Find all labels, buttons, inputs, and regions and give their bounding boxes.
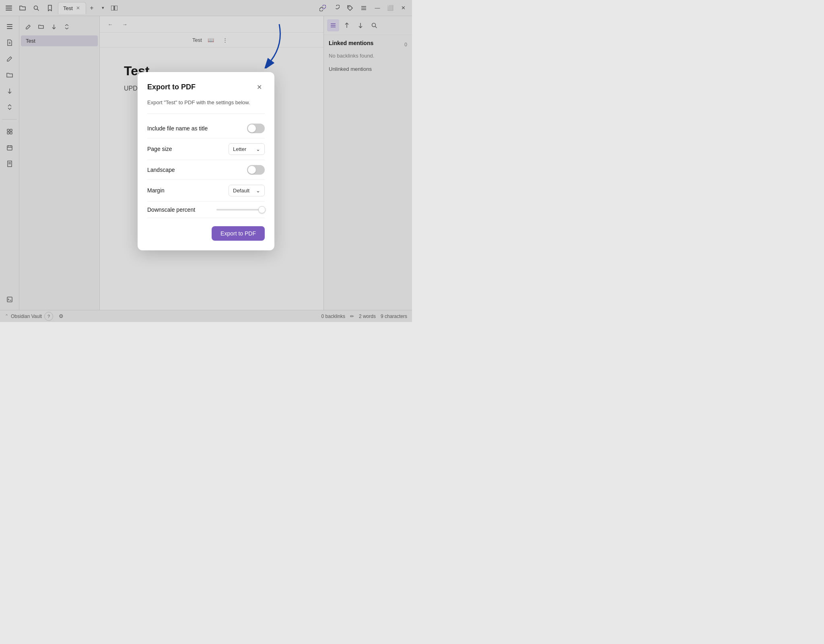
page-size-select[interactable]: Letter ⌄ [229, 143, 265, 155]
downscale-slider-thumb[interactable] [258, 206, 266, 213]
page-size-value: Letter [233, 146, 246, 152]
modal-overlay: Export to PDF ✕ Export "Test" to PDF wit… [0, 0, 412, 322]
modal-footer: Export to PDF [147, 226, 265, 241]
export-modal: Export to PDF ✕ Export "Test" to PDF wit… [138, 72, 274, 250]
downscale-slider-track [216, 209, 265, 211]
downscale-slider-container [195, 209, 265, 211]
toggle-knob [248, 124, 256, 132]
select-chevron-icon: ⌄ [256, 146, 260, 152]
include-filename-toggle[interactable] [247, 124, 265, 133]
modal-divider [147, 114, 265, 114]
include-filename-label: Include file name as title [147, 125, 208, 132]
modal-close-btn[interactable]: ✕ [253, 82, 265, 93]
margin-row: Margin Default ⌄ [147, 180, 265, 202]
modal-header: Export to PDF ✕ [147, 82, 265, 93]
landscape-label: Landscape [147, 167, 175, 173]
margin-label: Margin [147, 187, 165, 194]
downscale-label: Downscale percent [147, 206, 195, 213]
export-to-pdf-btn[interactable]: Export to PDF [212, 226, 265, 241]
downscale-row: Downscale percent [147, 202, 265, 218]
margin-value: Default [233, 188, 249, 194]
landscape-row: Landscape [147, 160, 265, 180]
page-size-row: Page size Letter ⌄ [147, 138, 265, 160]
modal-description: Export "Test" to PDF with the settings b… [147, 99, 265, 105]
include-filename-row: Include file name as title [147, 119, 265, 138]
page-size-label: Page size [147, 146, 172, 152]
downscale-slider-fill [216, 209, 255, 211]
landscape-toggle[interactable] [247, 165, 265, 175]
landscape-toggle-knob [248, 166, 256, 174]
margin-select[interactable]: Default ⌄ [229, 185, 265, 196]
modal-title: Export to PDF [147, 83, 196, 91]
margin-select-chevron-icon: ⌄ [256, 188, 260, 194]
